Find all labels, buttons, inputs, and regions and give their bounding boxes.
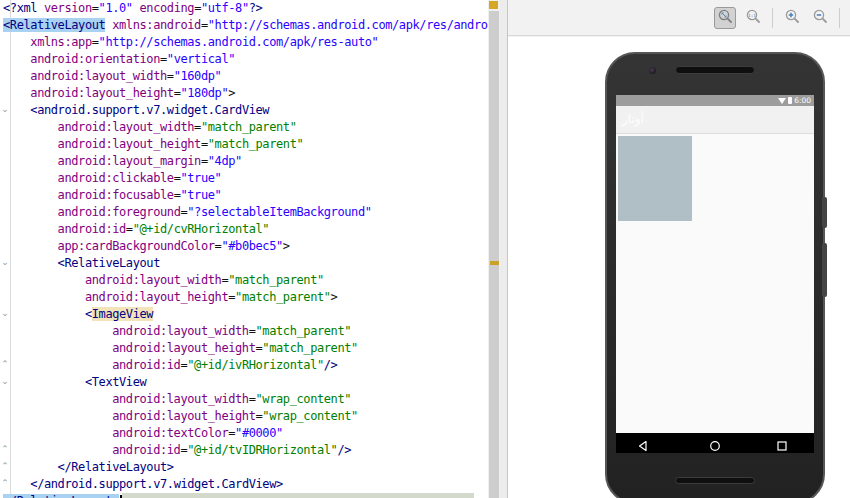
code-line[interactable]: android:layout_width="wrap_content": [3, 391, 488, 408]
code-line[interactable]: <ImageView: [3, 306, 488, 323]
code-line[interactable]: </RelativeLayout>: [3, 493, 488, 498]
code-line[interactable]: android:layout_margin="4dp": [3, 153, 488, 170]
editor-preview-splitter[interactable]: [500, 0, 507, 498]
code-line[interactable]: android:layout_height="match_parent": [3, 340, 488, 357]
code-line[interactable]: xmlns:app="http://schemas.android.com/ap…: [3, 34, 488, 51]
app-bar: أوتار: [616, 106, 814, 134]
code-line[interactable]: android:layout_height="match_parent": [3, 136, 488, 153]
device-mockup: 6:00 أوتار: [605, 52, 825, 498]
earpiece-speaker: [675, 66, 755, 74]
battery-icon: [788, 97, 792, 104]
code-line[interactable]: android:textColor="#0000": [3, 425, 488, 442]
wifi-icon: [778, 98, 786, 104]
volume-button: [822, 243, 827, 297]
code-line[interactable]: android:focusable="true": [3, 187, 488, 204]
code-line[interactable]: android:layout_width="match_parent": [3, 323, 488, 340]
toolbar-separator: [772, 8, 773, 28]
zoom-to-fit-button[interactable]: [714, 7, 736, 29]
status-time: 6:00: [794, 95, 811, 106]
code-line[interactable]: android:foreground="?selectableItemBackg…: [3, 204, 488, 221]
code-line[interactable]: android:id="@+id/tvIDRHorizontal"/>: [3, 442, 488, 459]
svg-text:1:1: 1:1: [748, 12, 756, 17]
app-bar-title: أوتار: [622, 112, 644, 126]
code-line[interactable]: android:layout_width="match_parent": [3, 119, 488, 136]
zoom-actual-size-icon: 1:1: [745, 8, 761, 28]
navigation-bar: [616, 433, 814, 453]
zoom-out-button[interactable]: [809, 7, 831, 29]
front-camera-icon: [649, 67, 656, 74]
zoom-in-button[interactable]: [781, 7, 803, 29]
code-line[interactable]: android:orientation="vertical": [3, 51, 488, 68]
scrollbar-thumb[interactable]: [489, 11, 499, 498]
toolbar-separator: [839, 8, 840, 28]
zoom-out-icon: [812, 8, 828, 28]
code-line[interactable]: android:layout_height="match_parent">: [3, 289, 488, 306]
bottom-speaker: [675, 477, 755, 484]
editor-scrollbar[interactable]: [488, 0, 500, 498]
code-line[interactable]: android:layout_width="160dp": [3, 68, 488, 85]
layout-content: [616, 134, 814, 433]
zoom-actual-size-button[interactable]: 1:1: [742, 7, 764, 29]
code-line[interactable]: </RelativeLayout>: [3, 459, 488, 476]
card-view-preview[interactable]: [618, 136, 692, 221]
preview-panel: 1:1: [507, 0, 850, 498]
inspection-warning-indicator[interactable]: [489, 1, 498, 9]
code-line[interactable]: <?xml version="1.0" encoding="utf-8"?>: [3, 0, 488, 17]
design-canvas: 6:00 أوتار: [508, 37, 850, 498]
code-line[interactable]: android:layout_height="180dp">: [3, 85, 488, 102]
code-line[interactable]: android:layout_width="match_parent": [3, 272, 488, 289]
zoom-in-icon: [784, 8, 800, 28]
code-line[interactable]: android:clickable="true": [3, 170, 488, 187]
code-line[interactable]: </android.support.v7.widget.CardView>: [3, 476, 488, 493]
code-area[interactable]: <?xml version="1.0" encoding="utf-8"?><R…: [3, 0, 488, 498]
warning-stripe-mark[interactable]: [490, 261, 499, 265]
code-line[interactable]: <RelativeLayout xmlns:android="http://sc…: [3, 17, 488, 34]
status-bar: 6:00: [616, 95, 814, 106]
xml-editor[interactable]: ⌄⌄⌄⌄⌄⌃⌃⌃⌃⌃ <?xml version="1.0" encoding=…: [0, 0, 500, 498]
code-line[interactable]: <TextView: [3, 374, 488, 391]
text-caret: [120, 495, 122, 498]
code-line[interactable]: android:id="@+id/ivRHorizontal"/>: [3, 357, 488, 374]
code-line[interactable]: <RelativeLayout: [3, 255, 488, 272]
device-screen: 6:00 أوتار: [616, 95, 814, 453]
zoom-to-fit-icon: [717, 8, 733, 28]
power-button: [822, 197, 827, 228]
preview-toolbar: 1:1: [508, 0, 850, 36]
code-line[interactable]: android:id="@+id/cvRHorizontal": [3, 221, 488, 238]
code-line[interactable]: app:cardBackgroundColor="#b0bec5">: [3, 238, 488, 255]
recents-icon: [776, 437, 788, 449]
home-icon: [709, 437, 721, 449]
code-line[interactable]: <android.support.v7.widget.CardView: [3, 102, 488, 119]
code-line[interactable]: android:layout_height="wrap_content": [3, 408, 488, 425]
android-studio-window: ⌄⌄⌄⌄⌄⌃⌃⌃⌃⌃ <?xml version="1.0" encoding=…: [0, 0, 850, 498]
back-icon: [637, 437, 649, 449]
